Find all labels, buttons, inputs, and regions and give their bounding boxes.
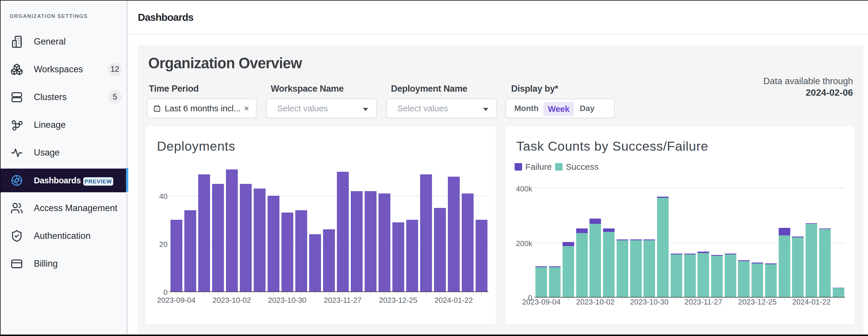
data-available-through: Data available through 2024-02-06: [680, 76, 853, 98]
sidebar-item-label: Workspaces: [34, 58, 83, 81]
x-axis-tick: [838, 298, 839, 301]
success-bar: [671, 254, 682, 297]
x-axis-tick: [384, 292, 384, 295]
sidebar-item-usage[interactable]: Usage: [1, 141, 127, 165]
deployments-bar: [240, 184, 252, 292]
deployments-bar: [212, 184, 224, 292]
display-by-segmented-control: Month Week Day: [506, 99, 615, 118]
success-bar: [751, 263, 763, 297]
legend-failure-swatch[interactable]: [515, 163, 522, 171]
success-bar: [630, 240, 642, 297]
failure-bar: [657, 197, 669, 198]
x-axis-label: 2023-09-04: [145, 296, 208, 305]
x-axis-tick: [426, 292, 426, 295]
deployments-bar: [268, 196, 279, 292]
display-by-label: Display by*: [511, 84, 558, 94]
deployments-bar: [323, 229, 335, 292]
x-axis-tick: [717, 298, 717, 301]
x-axis-tick: [662, 298, 663, 301]
success-bar: [576, 233, 588, 297]
failure-bar: [698, 252, 709, 253]
failure-bar: [617, 240, 628, 240]
deployments-bar: [365, 191, 376, 292]
time-period-input[interactable]: Last 6 months incl... ×: [147, 99, 256, 118]
deployments-bar: [337, 172, 349, 292]
success-bar: [833, 288, 844, 297]
page-title: Dashboards: [138, 11, 193, 23]
sidebar-item-billing[interactable]: Billing: [1, 252, 127, 276]
x-axis-label: 2023-10-02: [200, 296, 264, 305]
sidebar-item-count-badge: 5: [108, 90, 122, 104]
deployments-bar: [434, 208, 446, 292]
sidebar-item-workspaces[interactable]: Workspaces12: [1, 58, 127, 81]
x-axis-tick: [301, 292, 301, 295]
y-axis-label: 20: [133, 240, 167, 249]
page-header: [128, 1, 868, 35]
failure-bar: [603, 228, 615, 232]
deployment-name-select[interactable]: Select values: [386, 99, 497, 118]
sidebar-item-label: Authentication: [34, 224, 90, 248]
failure-bar: [671, 254, 682, 254]
sidebar-item-authentication[interactable]: Authentication: [1, 224, 127, 248]
legend-success-label[interactable]: Success: [566, 163, 598, 171]
x-axis-tick: [231, 292, 232, 295]
deployments-bar: [226, 169, 238, 292]
deployments-bar: [351, 191, 363, 292]
x-axis-tick: [342, 292, 343, 295]
workspace-name-placeholder: Select values: [277, 99, 328, 118]
failure-bar: [819, 228, 831, 229]
failure-bar: [738, 260, 749, 261]
y-axis-label: 40: [133, 192, 167, 201]
sidebar-item-general[interactable]: General: [1, 30, 127, 54]
x-axis-label: 2023-10-30: [255, 296, 319, 305]
sidebar-item-dashboards[interactable]: DashboardsPREVIEW: [1, 169, 127, 192]
workspace-name-select[interactable]: Select values: [266, 99, 377, 118]
required-asterisk: *: [555, 84, 558, 94]
success-bar: [589, 224, 601, 297]
x-axis-tick: [190, 292, 190, 295]
deployments-bar: [475, 220, 488, 292]
failure-bar: [792, 236, 804, 237]
x-axis-label: 2023-11-27: [311, 296, 374, 305]
success-bar: [603, 232, 615, 297]
deployments-bar: [378, 193, 391, 292]
sidebar-item-lineage[interactable]: Lineage: [1, 113, 127, 137]
deployments-bar: [448, 177, 460, 292]
activity-icon: [10, 146, 23, 159]
servers-icon: [10, 91, 23, 104]
sidebar-item-label: Access Management: [34, 196, 117, 220]
x-axis-tick: [370, 292, 371, 295]
display-by-day-option[interactable]: Day: [576, 99, 599, 118]
x-axis-tick: [315, 292, 315, 295]
failure-bar: [833, 288, 844, 288]
deployments-bar: [170, 220, 182, 292]
clear-time-period-icon[interactable]: ×: [244, 99, 249, 118]
display-by-month-option[interactable]: Month: [512, 99, 541, 118]
x-axis-tick: [273, 292, 274, 295]
failure-bar: [563, 242, 574, 246]
x-axis-tick: [481, 292, 482, 295]
display-by-week-option[interactable]: Week: [543, 102, 574, 116]
sidebar-item-label: Clusters: [34, 85, 67, 109]
legend-failure-label[interactable]: Failure: [525, 163, 552, 171]
time-period-label: Time Period: [149, 84, 198, 94]
deployments-bar: [184, 210, 196, 292]
failure-bar: [630, 240, 642, 240]
failure-bar: [589, 219, 601, 224]
sidebar-item-label: Dashboards: [34, 169, 81, 192]
failure-bar: [711, 255, 723, 256]
x-axis-tick: [398, 292, 399, 295]
sidebar-item-label: General: [34, 30, 66, 54]
overview-title: Organization Overview: [148, 55, 302, 72]
sidebar-item-label: Usage: [34, 141, 60, 165]
sidebar-item-access-management[interactable]: Access Management: [1, 196, 127, 220]
gridline-400k: [534, 188, 845, 189]
x-axis-label: 2024-01-22: [422, 296, 486, 305]
x-axis-line: [534, 297, 845, 298]
x-axis-tick: [771, 298, 771, 301]
x-axis-tick: [555, 298, 555, 301]
success-bar: [806, 224, 817, 297]
x-axis-line: [169, 291, 488, 292]
legend-success-swatch[interactable]: [555, 163, 563, 171]
sidebar-item-clusters[interactable]: Clusters5: [1, 85, 127, 109]
